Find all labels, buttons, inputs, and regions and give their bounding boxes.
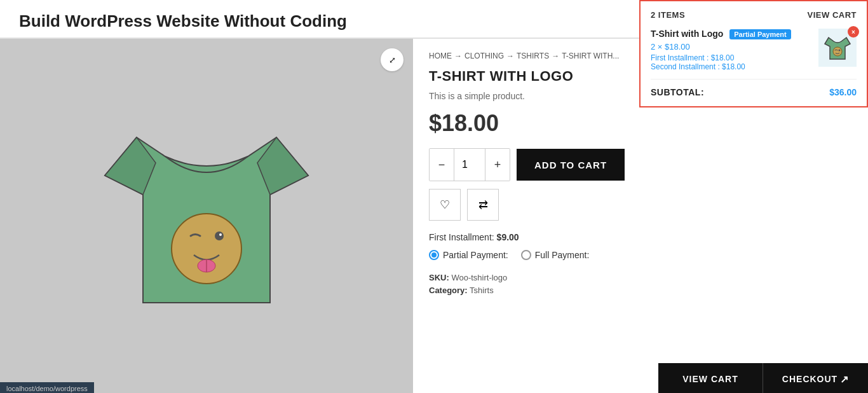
partial-payment-label: Partial Payment:	[443, 250, 508, 260]
category-value[interactable]: Tshirts	[470, 286, 494, 295]
status-url: localhost/demo/wordpress	[6, 385, 88, 392]
expand-icon: ⤢	[389, 55, 396, 65]
sku-label: SKU:	[429, 273, 449, 282]
svg-point-1	[215, 231, 224, 240]
action-icons-row: ♡ ⇄	[429, 189, 852, 221]
cart-item-first-installment: First Installment : $18.00	[651, 53, 811, 62]
full-payment-radio[interactable]	[521, 250, 531, 260]
full-payment-option[interactable]: Full Payment:	[521, 250, 590, 260]
full-payment-label: Full Payment:	[535, 250, 590, 260]
quantity-control: − +	[429, 148, 510, 181]
cart-item-name: T-Shirt with Logo Partial Payment	[651, 29, 811, 39]
breadcrumb-sep3: →	[552, 52, 559, 60]
bottom-buttons: VIEW CART CHECKOUT ↗	[658, 363, 868, 393]
wishlist-button[interactable]: ♡	[429, 189, 461, 221]
checkout-button[interactable]: CHECKOUT ↗	[763, 363, 868, 393]
breadcrumb-tshirts[interactable]: TSHIRTS	[517, 52, 549, 60]
cart-items-count: 2 ITEMS	[651, 10, 685, 20]
partial-payment-badge: Partial Payment	[729, 29, 791, 39]
svg-point-0	[172, 214, 241, 284]
breadcrumb-home[interactable]: HOME	[429, 52, 452, 60]
compare-button[interactable]: ⇄	[467, 189, 499, 221]
cart-popup-view-cart-link[interactable]: VIEW CART	[808, 10, 857, 20]
product-image	[70, 90, 343, 344]
compare-icon: ⇄	[478, 198, 488, 212]
page-wrapper: Build WordPress Website Without Coding	[0, 0, 868, 393]
cart-subtotal: SUBTOTAL: $36.00	[651, 79, 857, 97]
installment-info: First Installment: $9.00	[429, 232, 852, 242]
quantity-input[interactable]	[454, 149, 485, 181]
cart-item-remove-button[interactable]: ×	[848, 26, 859, 38]
category-label: Category:	[429, 286, 468, 295]
svg-point-6	[839, 50, 841, 52]
partial-payment-option[interactable]: Partial Payment:	[429, 250, 508, 260]
product-price: $18.00	[429, 110, 852, 137]
installment-amount: $9.00	[497, 232, 519, 242]
product-sku: SKU: Woo-tshirt-logo	[429, 273, 852, 282]
breadcrumb-current: T-SHIRT WITH...	[562, 52, 619, 60]
breadcrumb-sep1: →	[454, 52, 462, 60]
svg-point-5	[833, 47, 842, 56]
cart-item-qty-price: 2 × $18.00	[651, 42, 811, 52]
cart-item: T-Shirt with Logo Partial Payment 2 × $1…	[651, 29, 857, 71]
installment-label: First Installment:	[429, 232, 494, 242]
partial-payment-radio[interactable]	[429, 250, 439, 260]
checkout-label: CHECKOUT	[782, 374, 837, 384]
checkout-cursor-icon: ↗	[840, 373, 849, 385]
wishlist-icon: ♡	[440, 198, 450, 212]
cart-item-second-installment: Second Installment : $18.00	[651, 62, 811, 71]
add-to-cart-row: − + ADD TO CART	[429, 148, 852, 181]
cart-popup: 2 ITEMS VIEW CART T-Shirt with Logo Part…	[639, 0, 868, 107]
expand-button[interactable]: ⤢	[381, 48, 403, 71]
product-image-section: ⤢	[0, 39, 413, 393]
breadcrumb-sep2: →	[506, 52, 514, 60]
svg-point-2	[219, 233, 222, 236]
subtotal-amount: $36.00	[829, 87, 857, 97]
subtotal-label: SUBTOTAL:	[651, 87, 704, 97]
cart-item-image: ×	[818, 29, 857, 67]
payment-options: Partial Payment: Full Payment:	[429, 250, 852, 260]
view-cart-button[interactable]: VIEW CART	[658, 363, 763, 393]
quantity-decrease-button[interactable]: −	[430, 149, 454, 181]
cart-item-info: T-Shirt with Logo Partial Payment 2 × $1…	[651, 29, 811, 71]
quantity-increase-button[interactable]: +	[485, 149, 510, 181]
add-to-cart-button[interactable]: ADD TO CART	[517, 149, 625, 181]
status-bar: localhost/demo/wordpress	[0, 382, 94, 393]
breadcrumb-clothing[interactable]: CLOTHING	[465, 52, 504, 60]
product-category: Category: Tshirts	[429, 286, 852, 295]
sku-value: Woo-tshirt-logo	[451, 273, 507, 282]
cart-popup-header: 2 ITEMS VIEW CART	[651, 10, 857, 20]
